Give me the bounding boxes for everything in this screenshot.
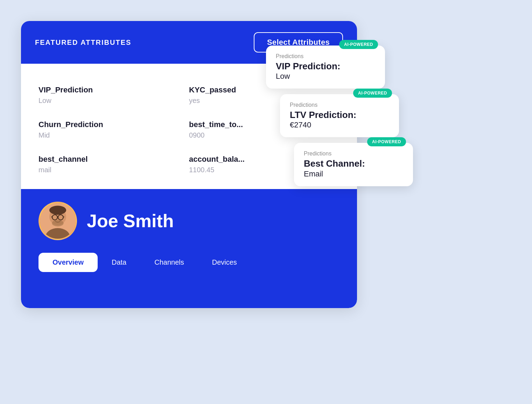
pred-title: LTV Prediction: bbox=[290, 110, 389, 120]
attr-value: Mid bbox=[38, 131, 189, 139]
best-channel-card: AI-POWERED Predictions Best Channel: Ema… bbox=[294, 143, 413, 186]
list-item: VIP_Prediction Low bbox=[38, 78, 189, 112]
ltv-prediction-card: AI-POWERED Predictions LTV Prediction: €… bbox=[280, 94, 399, 137]
pred-category: Predictions bbox=[276, 53, 375, 60]
svg-point-9 bbox=[52, 220, 63, 227]
attr-value: mail bbox=[38, 166, 189, 174]
ai-powered-badge: AI-POWERED bbox=[367, 137, 406, 146]
profile-card: Joe Smith Overview Data Channels Devices bbox=[21, 189, 357, 308]
tab-devices[interactable]: Devices bbox=[198, 253, 251, 272]
pred-value: €2740 bbox=[290, 120, 389, 130]
vip-prediction-card: AI-POWERED Predictions VIP Prediction: L… bbox=[266, 46, 385, 89]
pred-value: Email bbox=[304, 169, 403, 179]
svg-point-3 bbox=[49, 206, 66, 215]
ai-powered-badge: AI-POWERED bbox=[353, 89, 392, 98]
list-item: Churn_Prediction Mid bbox=[38, 112, 189, 147]
pred-category: Predictions bbox=[290, 102, 389, 108]
prediction-cards-wrapper: AI-POWERED Predictions VIP Prediction: L… bbox=[266, 46, 413, 186]
attr-name: best_channel bbox=[38, 155, 189, 164]
person-name: Joe Smith bbox=[87, 210, 174, 231]
profile-tabs: Overview Data Channels Devices bbox=[38, 253, 340, 272]
tab-channels[interactable]: Channels bbox=[140, 253, 198, 272]
pred-value: Low bbox=[276, 72, 375, 81]
avatar bbox=[38, 202, 77, 240]
ai-powered-badge: AI-POWERED bbox=[339, 40, 378, 49]
tab-data[interactable]: Data bbox=[98, 253, 140, 272]
profile-header: Joe Smith bbox=[38, 202, 340, 240]
list-item: best_channel mail bbox=[38, 147, 189, 182]
attr-name: VIP_Prediction bbox=[38, 85, 189, 95]
featured-attributes-title: FEATURED ATTRIBUTES bbox=[35, 39, 131, 47]
attr-name: Churn_Prediction bbox=[38, 120, 189, 129]
attr-value: Low bbox=[38, 97, 189, 105]
pred-category: Predictions bbox=[304, 151, 403, 157]
pred-title: Best Channel: bbox=[304, 158, 403, 169]
pred-title: VIP Prediction: bbox=[276, 61, 375, 72]
tab-overview[interactable]: Overview bbox=[38, 253, 98, 272]
